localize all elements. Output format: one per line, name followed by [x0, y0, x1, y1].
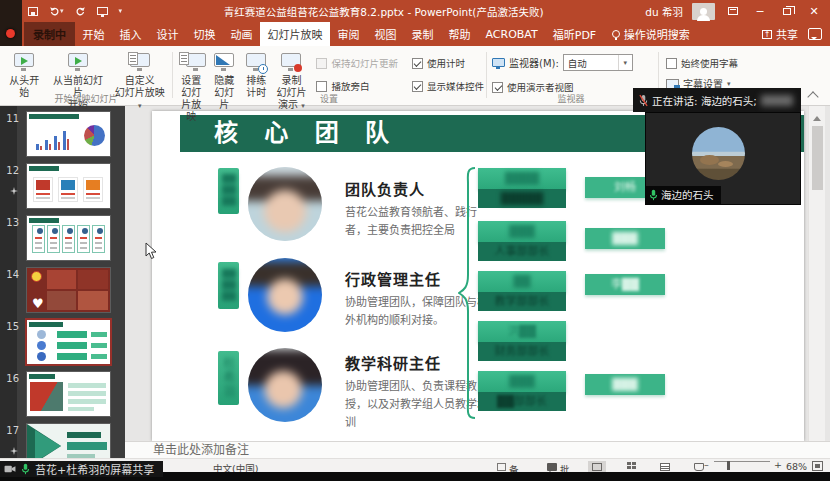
checkbox-show-media-controls[interactable]: 显示媒体控件	[412, 79, 484, 93]
thumbnail-slide-11[interactable]: 11	[0, 112, 125, 156]
share-button[interactable]: ↑ 共享	[754, 22, 806, 46]
slide-thumbnail-panel[interactable]: 11 12	[0, 106, 125, 458]
customize-qat-icon[interactable]: ▾	[119, 7, 123, 15]
thumbnail-slide-16[interactable]: 16	[0, 372, 125, 416]
tab-foxit-pdf[interactable]: 福昕PDF	[545, 22, 603, 46]
tab-home[interactable]: 开始	[75, 22, 112, 46]
dept-side-name-box: 李██	[585, 274, 665, 295]
zoom-out-button[interactable]: –	[704, 459, 709, 470]
thumbnail-slide-15-selected[interactable]: 15	[0, 320, 125, 364]
meeting-overlay[interactable]: 正在讲话: 海边的石头; 海边的石头	[633, 88, 801, 205]
zoom-slider-handle[interactable]	[727, 461, 730, 470]
ribbon-display-options-icon[interactable]	[724, 5, 742, 18]
monitor-play-icon	[65, 51, 91, 74]
screen-share-banner[interactable]: 苔花+杜希羽的屏幕共享	[0, 461, 163, 477]
checkbox-use-timings[interactable]: 使用计时	[412, 56, 484, 70]
scroll-up-icon[interactable]	[813, 112, 821, 121]
dept-side-name-box: ███	[585, 228, 665, 249]
pie-chart-mini	[84, 125, 105, 146]
user-name[interactable]: du 希羽	[645, 4, 683, 19]
scrollbar-thumb[interactable]	[812, 126, 823, 190]
tab-transitions[interactable]: 切换	[186, 22, 223, 46]
animation-star-icon	[10, 440, 18, 458]
slide-number: 12	[2, 165, 19, 176]
setup-slideshow-button[interactable]: 设置幻灯片放映	[174, 49, 208, 123]
slide-number: 11	[2, 113, 19, 124]
recording-badge: 录制中	[24, 22, 75, 46]
tab-design[interactable]: 设计	[149, 22, 186, 46]
tab-help[interactable]: 帮助	[441, 22, 478, 46]
view-slide-sorter-button[interactable]	[622, 461, 640, 473]
tab-slideshow[interactable]: 幻灯片放映	[260, 22, 330, 46]
view-normal-button[interactable]	[588, 461, 606, 473]
view-reading-button[interactable]	[656, 461, 674, 473]
badge-icon	[31, 271, 42, 282]
monitor-play-icon	[11, 51, 37, 74]
thumbnail-slide-14[interactable]: 14 ♥	[0, 268, 125, 312]
member-photo	[248, 348, 322, 422]
thumbnail-slide-17[interactable]: 17	[0, 424, 125, 458]
checkbox-keep-slides-updated[interactable]: 保持幻灯片更新	[316, 56, 398, 70]
checkbox-always-use-subtitles[interactable]: 始终使用字幕	[666, 56, 738, 70]
monitor-hide-icon	[211, 51, 237, 74]
checkbox-play-narrations[interactable]: 播放旁白	[316, 79, 398, 93]
group-monitors: 监视器(M): 自动▾ 使用演示者视图 监视器	[488, 46, 654, 106]
slide-number: 15	[2, 321, 19, 332]
tell-me-search[interactable]: 操作说明搜索	[604, 22, 698, 46]
participant-avatar	[692, 127, 745, 180]
undo-icon[interactable]: ▾	[49, 6, 64, 17]
dept-name-box: ████	[478, 168, 566, 189]
tab-record[interactable]: 录制	[404, 22, 441, 46]
animation-star-icon	[10, 180, 18, 199]
fit-slide-to-window-icon[interactable]	[812, 461, 823, 471]
minimize-button[interactable]: ─	[751, 5, 769, 18]
tab-acrobat[interactable]: ACROBAT	[478, 22, 545, 46]
zoom-slider-track[interactable]	[714, 461, 770, 463]
slide-thumbnail	[27, 320, 110, 364]
member-role: 行政管理主任	[345, 268, 441, 289]
comments-toggle[interactable]: 批注	[547, 461, 560, 472]
chevron-down-icon: ▾	[618, 55, 632, 70]
member-name-tag: ███	[218, 262, 239, 309]
group-label: 设置	[174, 92, 484, 105]
thumbnail-slide-13[interactable]: 13	[0, 216, 125, 260]
tab-insert[interactable]: 插入	[112, 22, 149, 46]
tab-animations[interactable]: 动画	[223, 22, 260, 46]
zoom-level[interactable]: 68%	[786, 461, 807, 472]
monitor-dropdown[interactable]: 自动▾	[563, 54, 633, 71]
checkbox-checked-icon	[412, 81, 423, 92]
monitor-dropdown-label: 监视器(M):	[509, 55, 559, 70]
checkbox-checked-icon	[492, 82, 503, 93]
ribbon-tabs: 录制中 开始 插入 设计 切换 动画 幻灯片放映 审阅 视图 录制 帮助 ACR…	[0, 22, 830, 46]
save-icon[interactable]	[28, 7, 38, 16]
group-divider	[172, 52, 173, 98]
thumbnail-slide-12[interactable]: 12	[0, 164, 125, 208]
restore-button[interactable]	[778, 5, 796, 18]
slide-number: 16	[2, 373, 19, 384]
zoom-in-button[interactable]: +	[774, 459, 782, 470]
redo-icon[interactable]	[75, 6, 86, 17]
participant-video-tile[interactable]: 海边的石头	[645, 112, 801, 205]
notes-toggle[interactable]: 备注	[497, 461, 509, 472]
recording-indicator	[0, 0, 22, 46]
heart-icon: ♥	[32, 297, 44, 310]
slideshow-from-start-icon[interactable]	[97, 7, 108, 15]
speaking-banner: 正在讲话: 海边的石头;	[633, 88, 801, 112]
close-button[interactable]: ✕	[805, 5, 823, 18]
notes-pane[interactable]: 单击此处添加备注	[125, 441, 830, 458]
checkbox-icon	[316, 81, 327, 92]
user-avatar[interactable]	[692, 3, 715, 20]
dept-title-box: 教学部部长	[478, 292, 566, 311]
tab-review[interactable]: 审阅	[330, 22, 367, 46]
monitor-setup-icon	[178, 51, 204, 74]
member-role: 团队负责人	[345, 178, 425, 199]
vertical-scrollbar[interactable]	[808, 106, 825, 441]
slide-number: 13	[2, 217, 19, 228]
tab-view[interactable]: 视图	[367, 22, 404, 46]
checkbox-icon	[316, 58, 327, 69]
comments-icon[interactable]	[808, 28, 822, 40]
subtitle-settings-icon	[666, 79, 679, 89]
powerpoint-window: ▾ ▾ 青红赛道公益组苔花公益教育8.2.pptx - PowerPoint(产…	[0, 0, 830, 481]
participant-name-chip: 海边的石头	[646, 186, 721, 204]
quick-access-toolbar: ▾ ▾	[28, 0, 122, 22]
